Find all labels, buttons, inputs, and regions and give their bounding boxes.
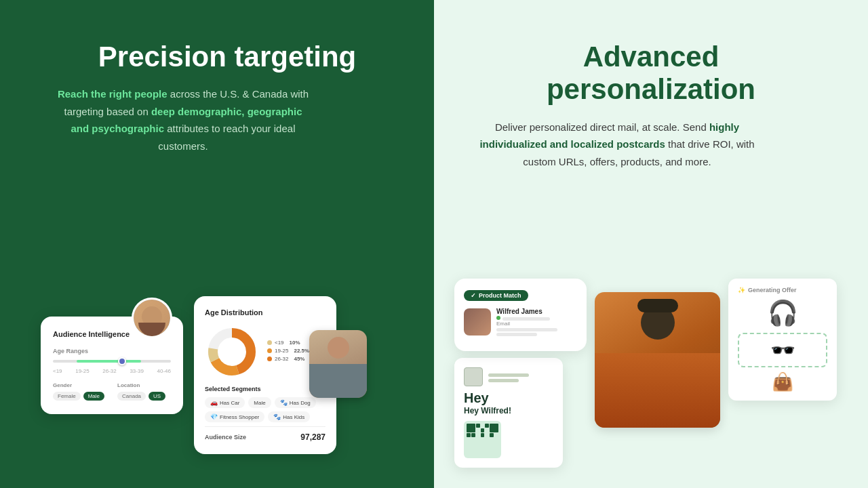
qr-cell [476, 428, 480, 432]
person-photo-2 [309, 330, 367, 398]
postcard-row: Hey Hey Wilfred! [454, 358, 587, 468]
seg-tag-male[interactable]: Male [248, 397, 271, 408]
badge-label: Product Match [479, 292, 521, 299]
slider-fill [77, 360, 142, 363]
generating-card: ✨ Generating Offer 🎧 🕶️ 👜 [728, 279, 837, 401]
tick-2: 19-25 [75, 368, 89, 374]
product-match-card: ✓ Product Match Wilfred James Email [454, 279, 587, 351]
sk1 [488, 373, 529, 377]
left-panel: Precision targeting Reach the right peop… [0, 0, 434, 488]
bag-icon: 👜 [772, 371, 793, 392]
avatar-face [134, 300, 170, 336]
fitness-icon: 💎 [210, 413, 218, 420]
audience-size-val: 97,287 [300, 432, 326, 442]
left-title: Precision targeting [54, 41, 400, 73]
earbuds-icon: 🎧 [768, 299, 798, 327]
qr-cell [471, 433, 475, 437]
qr-cell [490, 433, 494, 437]
legend-dot-1 [267, 340, 272, 345]
audience-intelligence-card: Audience Intelligence Age Ranges <19 19-… [41, 317, 183, 414]
legend-label-1: <19 [275, 340, 284, 346]
seg-tag-has-car[interactable]: 🚗 Has Car [205, 397, 245, 408]
tick-1: <19 [53, 368, 62, 374]
donut-area: <19 10% 19-25 22.5% 26-32 45% [205, 325, 326, 379]
left-description: Reach the right people across the U.S. &… [54, 85, 312, 155]
gen-title: ✨ Generating Offer [738, 287, 827, 293]
gender-group: Gender Female Male [53, 382, 106, 401]
avatar [132, 298, 172, 338]
legend-dot-3 [267, 357, 272, 361]
tick-4: 33-39 [130, 368, 143, 374]
qr-cell [467, 433, 471, 437]
outdoor-person-photo [595, 292, 720, 428]
skeleton-3 [496, 333, 537, 336]
right-cards-area: ✓ Product Match Wilfred James Email [454, 279, 854, 468]
person-status [496, 315, 577, 321]
car-icon: 🚗 [210, 399, 218, 406]
postcard-placeholder-icon [464, 367, 483, 386]
seg-tag-has-dog[interactable]: 🐾 Has Dog [275, 397, 316, 408]
earbuds-container: 🎧 [738, 299, 827, 327]
tick-3: 26-32 [102, 368, 116, 374]
qr-cell [485, 424, 489, 428]
legend-label-3: 26-32 [275, 356, 288, 362]
tag-female[interactable]: Female [53, 392, 81, 401]
audience-size-row: Audience Size 97,287 [205, 426, 326, 442]
person-photo-wilfred [464, 308, 491, 336]
check-icon: ✓ [471, 292, 476, 299]
person-name: Wilfred James [496, 308, 577, 315]
status-dot [496, 316, 500, 320]
legend-row-3: 26-32 45% [267, 356, 309, 362]
segments-tags: 🚗 Has Car Male 🐾 Has Dog 💎 Fitness [205, 397, 326, 422]
sk2 [488, 379, 519, 382]
legend-row-2: 19-25 22.5% [267, 348, 309, 354]
slider-thumb[interactable] [118, 357, 126, 365]
seg-tag-fitness[interactable]: 💎 Fitness Shopper [205, 411, 264, 422]
gender-tags: Female Male [53, 392, 106, 401]
desc-text-2: attributes to reach your ideal customers… [158, 123, 295, 152]
legend-dot-2 [267, 348, 272, 353]
donut-legend: <19 10% 19-25 22.5% 26-32 45% [267, 340, 309, 364]
dog-icon: 🐾 [280, 399, 288, 406]
product-postcard-col: ✓ Product Match Wilfred James Email [454, 279, 587, 468]
location-tags: Canada US [117, 392, 171, 401]
seg-label-has-kids: Has Kids [283, 414, 304, 420]
donut-chart [205, 325, 259, 379]
person-info: Wilfred James Email [496, 308, 577, 336]
person-row: Wilfred James Email [464, 308, 577, 336]
qr-cell [481, 433, 485, 437]
gen-title-text: Generating Offer [748, 287, 797, 293]
legend-label-2: 19-25 [275, 348, 288, 354]
age-dist-title: Age Distribution [205, 308, 326, 317]
seg-tag-has-kids[interactable]: 🐾 Has Kids [268, 411, 310, 422]
right-title: Advanced personalization [475, 41, 827, 106]
hey-text: Hey [464, 390, 553, 406]
gender-label: Gender [53, 382, 106, 388]
seg-label-has-car: Has Car [220, 400, 239, 406]
age-slider-track[interactable] [53, 360, 171, 363]
right-panel: Advanced personalization Deliver persona… [434, 0, 868, 488]
product-match-badge: ✓ Product Match [464, 290, 528, 301]
qr-cell [481, 428, 485, 432]
tag-us[interactable]: US [149, 392, 165, 401]
gender-location-row: Gender Female Male Location Canada US [53, 382, 171, 401]
right-desc-1: Deliver personalized direct mail, at sca… [495, 121, 707, 133]
highlight-reach: Reach the right people [58, 88, 167, 100]
seg-label-male: Male [254, 400, 265, 406]
age-ticks: <19 19-25 26-32 33-39 40-46 [53, 368, 171, 374]
tag-male[interactable]: Male [83, 392, 104, 401]
postcard-lines [488, 371, 553, 382]
skeleton-2 [496, 328, 557, 331]
kids-icon: 🐾 [273, 413, 281, 420]
postcard-header [464, 367, 553, 386]
status-skeleton [502, 315, 577, 321]
segments-section: Selected Segments 🚗 Has Car Male 🐾 Has D… [205, 386, 326, 442]
legend-pct-3: 45% [294, 356, 304, 362]
age-ranges-label: Age Ranges [53, 348, 171, 354]
qr-cell [481, 424, 485, 428]
legend-pct-2: 22.5% [294, 348, 309, 354]
tag-canada[interactable]: Canada [117, 392, 146, 401]
legend-row-1: <19 10% [267, 340, 309, 346]
audience-size-label: Audience Size [205, 434, 246, 441]
qr-cell [467, 424, 475, 432]
